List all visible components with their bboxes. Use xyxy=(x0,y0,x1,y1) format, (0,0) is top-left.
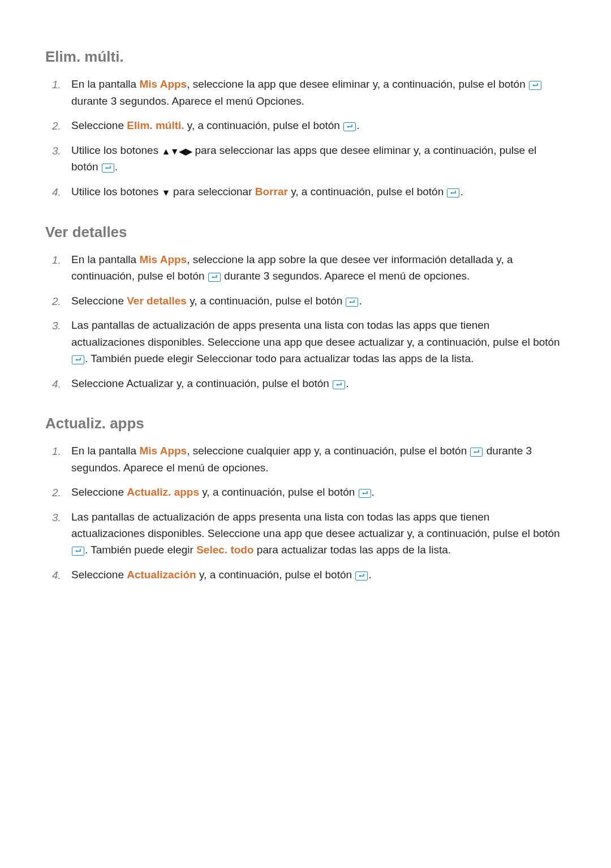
dpad-arrows-icon: ▲▼◀▶ xyxy=(161,147,192,156)
step-text: y, a continuación, pulse el botón xyxy=(288,186,447,197)
step-text: . xyxy=(460,186,463,197)
highlight-text: Selec. todo xyxy=(196,544,253,556)
enter-icon xyxy=(72,547,84,556)
enter-icon xyxy=(102,164,114,173)
highlight-text: Actualización xyxy=(127,569,196,581)
enter-icon xyxy=(470,448,483,457)
step-text: . xyxy=(356,119,359,131)
step-text: . xyxy=(346,377,348,389)
enter-icon xyxy=(208,273,221,282)
step-item: En la pantalla Mis Apps, seleccione la a… xyxy=(71,251,566,285)
step-item: En la pantalla Mis Apps, seleccione cual… xyxy=(71,442,566,476)
svg-marker-10 xyxy=(75,550,77,552)
step-list: En la pantalla Mis Apps, seleccione cual… xyxy=(45,442,566,583)
section-heading: Elim. múlti. xyxy=(45,45,566,68)
step-text: Las pantallas de actualización de apps p… xyxy=(71,319,560,347)
step-text: Utilice los botones xyxy=(71,144,161,156)
svg-marker-6 xyxy=(75,359,77,361)
step-item: Las pantallas de actualización de apps p… xyxy=(71,509,566,558)
step-list: En la pantalla Mis Apps, seleccione la a… xyxy=(45,251,566,392)
step-text: En la pantalla xyxy=(71,78,139,90)
highlight-text: Actualiz. apps xyxy=(127,486,199,498)
step-item: Seleccione Ver detalles y, a continuació… xyxy=(71,293,566,309)
step-item: Seleccione Actualización y, a continuaci… xyxy=(71,566,566,583)
step-text: . xyxy=(368,569,371,581)
step-text: y, a continuación, pulse el botón xyxy=(199,486,358,498)
svg-marker-3 xyxy=(450,192,452,194)
step-text: , seleccione la app que desee eliminar y… xyxy=(187,78,528,90)
step-text: durante 3 segundos. Aparece el menú de o… xyxy=(221,270,470,282)
enter-icon xyxy=(359,489,371,498)
step-text: para actualizar todas las apps de la lis… xyxy=(254,544,451,556)
enter-icon xyxy=(355,571,368,581)
dpad-arrows-icon: ▼ xyxy=(161,188,170,197)
highlight-text: Mis Apps xyxy=(139,78,187,90)
section-heading: Ver detalles xyxy=(45,221,566,243)
step-text: durante 3 segundos. Aparece el menú Opci… xyxy=(71,95,304,107)
svg-marker-7 xyxy=(336,384,338,386)
step-text: . xyxy=(359,295,362,307)
step-item: Las pantallas de actualización de apps p… xyxy=(71,317,566,367)
step-text: y, a continuación, pulse el botón xyxy=(196,569,355,581)
step-text: . xyxy=(372,486,375,498)
step-item: Utilice los botones ▼ para seleccionar B… xyxy=(71,183,566,200)
highlight-text: Borrar xyxy=(255,186,288,197)
step-text: . xyxy=(115,161,118,173)
step-text: Seleccione xyxy=(71,486,127,498)
svg-marker-11 xyxy=(359,575,360,577)
step-text: y, a continuación, pulse el botón xyxy=(187,295,346,307)
step-text: . También puede elegir Seleccionar todo … xyxy=(85,353,474,364)
highlight-text: Elim. múlti. xyxy=(127,119,184,131)
svg-marker-0 xyxy=(532,84,534,87)
svg-marker-4 xyxy=(212,276,213,278)
step-text: . También puede elegir xyxy=(85,544,196,556)
section-heading: Actualiz. apps xyxy=(45,412,566,435)
step-text: , seleccione cualquier app y, a continua… xyxy=(187,445,470,457)
enter-icon xyxy=(333,380,345,389)
step-item: Utilice los botones ▲▼◀▶ para selecciona… xyxy=(71,142,566,175)
step-item: Seleccione Actualizar y, a continuación,… xyxy=(71,375,566,392)
enter-icon xyxy=(72,355,84,364)
step-text: Seleccione Actualizar y, a continuación,… xyxy=(71,377,332,389)
step-item: En la pantalla Mis Apps, seleccione la a… xyxy=(71,76,566,109)
highlight-text: Mis Apps xyxy=(139,445,187,457)
highlight-text: Ver detalles xyxy=(127,295,187,307)
step-text: Seleccione xyxy=(71,569,127,581)
step-text: Seleccione xyxy=(71,295,127,307)
enter-icon xyxy=(346,298,358,307)
highlight-text: Mis Apps xyxy=(139,253,187,265)
step-item: Seleccione Actualiz. apps y, a continuac… xyxy=(71,484,566,500)
enter-icon xyxy=(343,122,356,131)
step-text: Utilice los botones xyxy=(71,186,161,197)
enter-icon xyxy=(529,81,541,90)
step-text: En la pantalla xyxy=(71,445,139,457)
svg-marker-9 xyxy=(362,492,364,495)
document-root: Elim. múlti.En la pantalla Mis Apps, sel… xyxy=(45,45,566,583)
svg-marker-2 xyxy=(105,167,107,169)
step-text: En la pantalla xyxy=(71,253,139,265)
step-text: Seleccione xyxy=(71,119,127,131)
step-item: Seleccione Elim. múlti. y, a continuació… xyxy=(71,117,566,134)
svg-marker-1 xyxy=(347,126,348,128)
step-text: Las pantallas de actualización de apps p… xyxy=(71,511,560,539)
step-text: para seleccionar xyxy=(170,186,255,197)
step-text: y, a continuación, pulse el botón xyxy=(184,119,343,131)
svg-marker-8 xyxy=(474,451,475,453)
enter-icon xyxy=(447,188,459,197)
step-list: En la pantalla Mis Apps, seleccione la a… xyxy=(45,76,566,200)
svg-marker-5 xyxy=(349,301,351,303)
